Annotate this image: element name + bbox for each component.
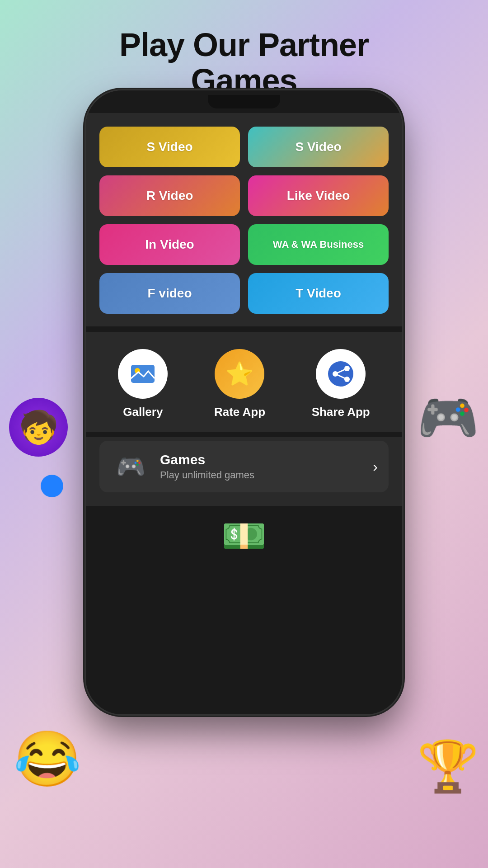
gallery-action[interactable]: Gallery xyxy=(118,349,168,419)
gallery-icon xyxy=(118,349,168,399)
rate-app-icon: ⭐ xyxy=(215,349,264,399)
rate-app-label: Rate App xyxy=(214,405,265,419)
video-button-grid: S Video S Video R Video Like Video In Vi… xyxy=(86,113,402,323)
divider-2 xyxy=(86,432,402,437)
share-app-label: Share App xyxy=(312,405,370,419)
share-svg-icon xyxy=(327,360,354,387)
like-video-button[interactable]: Like Video xyxy=(248,175,389,216)
rate-star-icon: ⭐ xyxy=(225,361,253,387)
gamepad-decoration: 🎮 xyxy=(417,389,479,447)
games-row: 🎮 Games Play unlimited games › xyxy=(86,441,402,506)
laugh-emoji-decoration: 😂 xyxy=(14,727,81,791)
phone-shell: S Video S Video R Video Like Video In Vi… xyxy=(86,90,402,714)
gallery-svg-icon xyxy=(129,360,156,387)
character-decoration: 🧒 xyxy=(9,398,68,457)
wa-business-button[interactable]: WA & WA Business xyxy=(248,224,389,265)
phone-bottom: 💵 xyxy=(86,506,402,714)
share-app-action[interactable]: Share App xyxy=(312,349,370,419)
blue-dot-decoration xyxy=(41,475,63,497)
gallery-label: Gallery xyxy=(123,405,163,419)
games-card[interactable]: 🎮 Games Play unlimited games › xyxy=(99,441,389,492)
money-icon: 💵 xyxy=(221,515,267,557)
share-app-icon xyxy=(316,349,366,399)
in-video-button[interactable]: In Video xyxy=(99,224,240,265)
games-arrow-icon: › xyxy=(373,458,378,475)
phone-notch xyxy=(208,95,280,108)
divider-1 xyxy=(86,326,402,332)
phone-notch-area xyxy=(86,90,402,113)
r-video-button[interactable]: R Video xyxy=(99,175,240,216)
s-video-1-button[interactable]: S Video xyxy=(99,127,240,167)
games-subtitle: Play unlimited games xyxy=(160,469,364,481)
s-video-2-button[interactable]: S Video xyxy=(248,127,389,167)
games-text: Games Play unlimited games xyxy=(160,452,364,481)
action-row: Gallery ⭐ Rate App xyxy=(86,335,402,428)
games-icon: 🎮 xyxy=(110,451,151,482)
svg-point-2 xyxy=(328,361,353,387)
page-title: Play Our Partner Games xyxy=(0,0,488,99)
rate-app-action[interactable]: ⭐ Rate App xyxy=(214,349,265,419)
t-video-button[interactable]: T Video xyxy=(248,273,389,314)
phone-screen: S Video S Video R Video Like Video In Vi… xyxy=(86,113,402,714)
f-video-button[interactable]: F video xyxy=(99,273,240,314)
prize-emoji-decoration: 🏆 xyxy=(417,737,479,796)
games-title: Games xyxy=(160,452,364,467)
